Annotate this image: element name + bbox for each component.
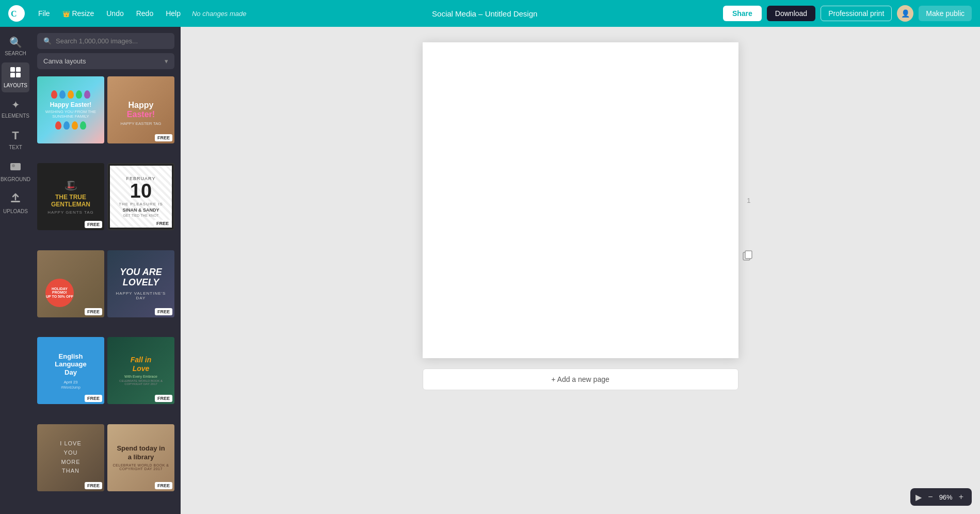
sidebar-item-uploads[interactable]: UPLOADS <box>2 188 29 218</box>
search-input[interactable] <box>56 37 168 45</box>
share-button[interactable]: Share <box>723 6 762 21</box>
search-bar[interactable]: 🔍 <box>37 33 174 49</box>
canva-logo[interactable]: C <box>8 5 25 22</box>
canvas-wrapper: 1 <box>423 42 738 358</box>
layouts-dropdown[interactable]: Canva layouts ▾ <box>37 53 174 69</box>
design-title: Social Media – Untitled Design <box>432 9 537 18</box>
file-menu[interactable]: File <box>35 7 53 20</box>
chevron-down-icon: ▾ <box>165 57 168 65</box>
page-number: 1 <box>747 197 750 204</box>
svg-rect-3 <box>16 67 21 72</box>
free-badge: FREE <box>155 134 172 141</box>
free-badge: FREE <box>155 395 172 402</box>
main-area: 🔍 SEARCH LAYOUTS ✦ ELEMENTS T TEXT <box>0 27 980 514</box>
resize-button[interactable]: 👑 Resize <box>59 7 98 20</box>
uploads-icon <box>10 192 21 206</box>
zoom-out-button[interactable]: − <box>925 491 936 503</box>
layouts-dropdown-label: Canva layouts <box>43 57 86 65</box>
copy-page-icon[interactable] <box>743 250 753 263</box>
redo-button[interactable]: Redo <box>133 7 156 20</box>
free-badge: FREE <box>155 308 172 315</box>
bottom-controls: ▶ − 96% + <box>910 488 972 506</box>
save-status: No changes made <box>192 10 247 18</box>
templates-grid: Happy Easter! WISHING YOU FROM THE SUNSH… <box>31 74 181 514</box>
sidebar-item-layouts[interactable]: LAYOUTS <box>2 62 29 92</box>
professional-print-button[interactable]: Professional print <box>821 6 892 21</box>
template-card-library[interactable]: Spend today ina library CELEBRATE WORLD … <box>107 424 174 491</box>
layouts-panel: 🔍 Canva layouts ▾ Happy Easter <box>31 27 181 514</box>
sidebar-icons: 🔍 SEARCH LAYOUTS ✦ ELEMENTS T TEXT <box>0 27 31 514</box>
svg-rect-8 <box>11 201 20 202</box>
navbar-center: Social Media – Untitled Design <box>253 9 717 18</box>
canvas[interactable] <box>423 42 738 358</box>
search-icon-panel: 🔍 <box>43 37 52 45</box>
elements-icon: ✦ <box>11 99 20 111</box>
svg-text:C: C <box>11 9 17 18</box>
text-icon: T <box>12 129 19 142</box>
svg-rect-2 <box>10 67 15 72</box>
search-icon: 🔍 <box>9 36 22 49</box>
svg-rect-10 <box>745 251 752 259</box>
free-badge: FREE <box>85 221 102 228</box>
search-bar-container: 🔍 <box>31 27 181 53</box>
template-card-gentleman[interactable]: 🎩 The TrueGentleman HAPPY GENTS TAG FREE <box>37 163 104 230</box>
svg-rect-4 <box>10 73 15 77</box>
sidebar-item-text[interactable]: T TEXT <box>2 125 29 154</box>
template-card-love[interactable]: I LOVEYOUMORETHAN FREE <box>37 424 104 491</box>
navbar: C File 👑 Resize Undo Redo Help No change… <box>0 0 980 27</box>
svg-rect-6 <box>10 163 21 170</box>
template-card-fall[interactable]: Fall inLove With Every Embrace CELEBRATE… <box>107 337 174 404</box>
download-button[interactable]: Download <box>767 6 815 21</box>
free-badge: FREE <box>85 395 102 402</box>
sidebar-label-elements: ELEMENTS <box>2 113 29 119</box>
sidebar-label-background: BKGROUND <box>1 176 30 182</box>
zoom-in-button[interactable]: + <box>956 491 967 503</box>
sidebar-label-text: TEXT <box>9 144 22 150</box>
avatar[interactable]: 👤 <box>897 5 913 22</box>
sidebar-item-elements[interactable]: ✦ ELEMENTS <box>2 94 29 123</box>
sidebar-label-uploads: UPLOADS <box>3 208 28 214</box>
sidebar-item-search[interactable]: 🔍 SEARCH <box>2 32 29 60</box>
background-icon <box>10 160 21 174</box>
help-menu[interactable]: Help <box>163 7 184 20</box>
template-card-happy-easter-2[interactable]: Happy Easter! HAPPY EASTER TAG FREE <box>107 76 174 143</box>
free-badge: FREE <box>85 482 102 489</box>
free-badge: FREE <box>155 482 172 489</box>
template-card-english[interactable]: EnglishLanguageDay April 23 #WordJump FR… <box>37 337 104 404</box>
canvas-area: 1 + Add a new page <box>181 27 980 514</box>
sidebar-item-background[interactable]: BKGROUND <box>2 156 29 186</box>
free-badge: FREE <box>85 308 102 315</box>
add-page-button[interactable]: + Add a new page <box>423 368 738 390</box>
play-icon: ▶ <box>915 492 922 502</box>
svg-point-7 <box>12 164 15 167</box>
free-badge: FREE <box>154 220 171 227</box>
layouts-icon <box>10 67 21 81</box>
sidebar-label-search: SEARCH <box>5 51 26 56</box>
template-card-lovely[interactable]: YOU ARELOVELY HAPPY VALENTINE'S DAY FREE <box>107 250 174 317</box>
sidebar-label-layouts: LAYOUTS <box>4 83 27 88</box>
svg-rect-5 <box>16 73 21 77</box>
navbar-actions: Share Download Professional print 👤 Make… <box>723 5 972 22</box>
undo-button[interactable]: Undo <box>103 7 126 20</box>
template-card-february[interactable]: FEBRUARY 10 THE PLEASURE IS SINAN & SAND… <box>107 163 174 230</box>
template-card-happy-easter-1[interactable]: Happy Easter! WISHING YOU FROM THE SUNSH… <box>37 76 104 143</box>
zoom-level: 96% <box>939 493 953 501</box>
template-card-holiday[interactable]: HOLIDAYPROMO!up to 50% off FREE <box>37 250 104 317</box>
make-public-button[interactable]: Make public <box>919 6 972 21</box>
